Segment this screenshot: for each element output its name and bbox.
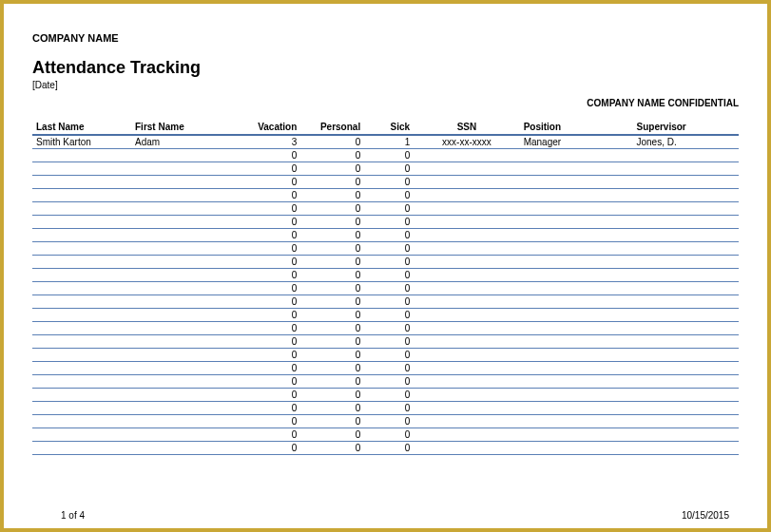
cell-vacation: 0 [230,375,300,389]
table-row: Smith Karton Adam 3 0 1 xxx-xx-xxxx Mana… [32,135,739,149]
cell-supervisor [633,442,740,455]
cell-vacation: 0 [230,229,300,242]
date-label: [Date] [32,80,739,90]
cell-sick: 0 [364,256,414,269]
cell-supervisor [633,349,740,362]
header-sick: Sick [364,120,414,135]
cell-firstname [131,229,230,242]
cell-personal: 0 [300,176,364,189]
table-row: 0 0 0 [32,428,739,442]
cell-vacation: 0 [230,282,300,295]
cell-position [520,335,633,349]
cell-firstname [131,189,230,202]
cell-firstname [131,349,230,362]
cell-sick: 0 [364,242,414,256]
cell-ssn [414,229,519,242]
cell-personal: 0 [300,349,364,362]
table-row: 0 0 0 [32,229,739,242]
cell-lastname [32,256,131,269]
cell-sick: 0 [364,362,414,375]
cell-supervisor [633,375,740,389]
cell-supervisor [633,216,740,229]
cell-vacation: 0 [230,176,300,189]
cell-vacation: 3 [230,135,300,149]
table-row: 0 0 0 [32,202,739,216]
cell-lastname [32,402,131,415]
cell-sick: 0 [364,176,414,189]
cell-personal: 0 [300,402,364,415]
cell-sick: 1 [364,135,414,149]
cell-position [520,229,633,242]
footer-date: 10/15/2015 [682,510,729,521]
cell-position [520,442,633,455]
cell-lastname [32,362,131,375]
cell-lastname [32,242,131,256]
cell-ssn [414,176,519,189]
page-number: 1 of 4 [61,510,85,521]
cell-sick: 0 [364,415,414,428]
cell-personal: 0 [300,362,364,375]
cell-lastname [32,176,131,189]
page-footer: 1 of 4 10/15/2015 [61,510,729,521]
cell-position [520,375,633,389]
table-row: 0 0 0 [32,309,739,322]
cell-personal: 0 [300,282,364,295]
cell-sick: 0 [364,428,414,442]
cell-position [520,176,633,189]
cell-firstname [131,269,230,282]
table-header-row: Last Name First Name Vacation Personal S… [32,120,739,135]
cell-personal: 0 [300,149,364,162]
cell-ssn [414,362,519,375]
table-row: 0 0 0 [32,216,739,229]
cell-sick: 0 [364,309,414,322]
header-personal: Personal [300,120,364,135]
cell-personal: 0 [300,335,364,349]
table-row: 0 0 0 [32,442,739,455]
cell-lastname [32,442,131,455]
cell-vacation: 0 [230,309,300,322]
header-lastname: Last Name [32,120,131,135]
cell-lastname [32,335,131,349]
cell-vacation: 0 [230,442,300,455]
cell-vacation: 0 [230,216,300,229]
cell-personal: 0 [300,428,364,442]
cell-firstname [131,322,230,335]
cell-vacation: 0 [230,242,300,256]
cell-supervisor [633,428,740,442]
cell-supervisor [633,256,740,269]
cell-firstname [131,176,230,189]
cell-vacation: 0 [230,402,300,415]
cell-lastname [32,415,131,428]
cell-supervisor: Jones, D. [633,135,740,149]
cell-vacation: 0 [230,202,300,216]
cell-firstname [131,149,230,162]
table-row: 0 0 0 [32,362,739,375]
cell-ssn [414,202,519,216]
cell-ssn [414,269,519,282]
cell-ssn [414,389,519,402]
cell-ssn [414,349,519,362]
table-row: 0 0 0 [32,189,739,202]
cell-lastname [32,269,131,282]
cell-ssn [414,375,519,389]
cell-personal: 0 [300,242,364,256]
cell-supervisor [633,309,740,322]
confidential-label: COMPANY NAME CONFIDENTIAL [32,98,739,108]
cell-position [520,269,633,282]
cell-vacation: 0 [230,335,300,349]
cell-lastname [32,162,131,176]
table-row: 0 0 0 [32,256,739,269]
cell-sick: 0 [364,442,414,455]
cell-ssn: xxx-xx-xxxx [414,135,519,149]
cell-position [520,362,633,375]
cell-firstname [131,162,230,176]
cell-personal: 0 [300,202,364,216]
cell-firstname [131,415,230,428]
cell-ssn [414,242,519,256]
cell-position [520,242,633,256]
table-row: 0 0 0 [32,149,739,162]
cell-personal: 0 [300,269,364,282]
cell-supervisor [633,295,740,309]
cell-firstname [131,362,230,375]
cell-position [520,415,633,428]
